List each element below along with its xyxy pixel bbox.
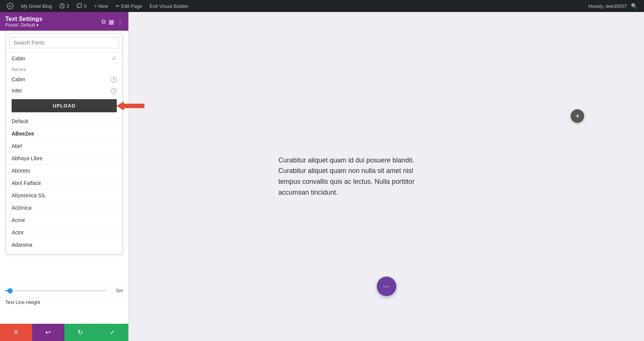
left-panel: Text Settings Preset: Default ▾ ⧉ ▦ ⋮ Ca…	[0, 12, 129, 341]
font-item-abyssinica[interactable]: Abyssinica SIL	[6, 189, 122, 202]
cancel-button[interactable]: ✕	[0, 324, 32, 341]
recent-font-item-cabin[interactable]: Cabin 🕐	[6, 74, 122, 85]
all-fonts-list: Default ABeeZee Abel Abhaya Libre Aboret…	[6, 115, 122, 254]
selected-checkmark: ✓	[112, 55, 117, 62]
comments-link[interactable]: 0	[74, 0, 89, 12]
site-name[interactable]: My Great Blog	[18, 0, 55, 12]
recent-label: Recent	[6, 65, 122, 74]
panel-header-icons: ⧉ ▦ ⋮	[101, 18, 123, 25]
clock-icon-2: 🕐	[110, 88, 117, 94]
svg-rect-3	[77, 4, 82, 7]
font-item-abhaya[interactable]: Abhaya Libre	[6, 152, 122, 165]
upload-row: UPLOAD	[6, 96, 122, 115]
layout-icon[interactable]: ▦	[109, 18, 114, 25]
upload-arrow	[116, 101, 144, 110]
current-font-item[interactable]: Cabin ✓	[6, 52, 122, 65]
font-dropdown: Cabin ✓ Recent Cabin 🕐 Inter 🕐 UPLOAD	[6, 34, 122, 254]
recent-font-item-inter[interactable]: Inter 🕐	[6, 85, 122, 96]
svg-text:W: W	[8, 4, 12, 8]
fab-dots-button[interactable]: ···	[377, 277, 396, 296]
canvas-content: Curabitur aliquet quam id dui posuere bl…	[278, 155, 428, 198]
confirm-button[interactable]: ✓	[96, 324, 128, 341]
upload-button[interactable]: UPLOAD	[12, 99, 117, 112]
canvas-area: Curabitur aliquet quam id dui posuere bl…	[129, 12, 644, 341]
panel-header-left: Text Settings Preset: Default ▾	[5, 16, 42, 28]
font-item-default[interactable]: Default	[6, 115, 122, 128]
font-item-abeezee[interactable]: ABeeZee	[6, 128, 122, 140]
redo-button[interactable]: ↻	[64, 324, 97, 341]
slider-row: 0px	[0, 284, 128, 297]
font-item-advent-pro[interactable]: Advent Pro	[6, 251, 122, 254]
font-item-abril[interactable]: Abril Fatface	[6, 177, 122, 189]
revisions-link[interactable]: 2	[57, 0, 72, 12]
font-item-adamina[interactable]: Adamina	[6, 239, 122, 251]
more-icon[interactable]: ⋮	[117, 18, 123, 25]
preset-selector[interactable]: Preset: Default ▾	[5, 22, 42, 28]
bottom-toolbar: ✕ ↩ ↻ ✓	[0, 324, 128, 341]
slider-value: 0px	[110, 288, 123, 293]
fab-add-button[interactable]: +	[571, 109, 584, 123]
wp-logo[interactable]: W	[4, 0, 16, 12]
admin-bar: W My Great Blog 2 0 + New ✏ Edit Page Ex…	[0, 0, 644, 12]
exit-builder-link[interactable]: Exit Visual Builder	[147, 0, 192, 12]
panel-title: Text Settings	[5, 16, 42, 22]
search-icon[interactable]: 🔍	[631, 3, 637, 9]
admin-bar-right: Howdy, dee35007 🔍	[588, 3, 640, 9]
font-item-abel[interactable]: Abel	[6, 140, 122, 152]
edit-page-link[interactable]: ✏ Edit Page	[113, 0, 145, 12]
text-line-height-label: Text Line Height	[0, 297, 128, 307]
font-item-actor[interactable]: Actor	[6, 226, 122, 239]
copy-icon[interactable]: ⧉	[101, 18, 106, 25]
new-link[interactable]: + New	[91, 0, 111, 12]
font-item-acme[interactable]: Acme	[6, 214, 122, 226]
canvas-text: Curabitur aliquet quam id dui posuere bl…	[278, 155, 428, 198]
slider-track[interactable]	[5, 290, 106, 291]
clock-icon: 🕐	[110, 76, 117, 82]
slider-container: 0px Text Line Height	[0, 284, 128, 307]
search-input[interactable]	[9, 37, 119, 48]
main-content: Text Settings Preset: Default ▾ ⧉ ▦ ⋮ Ca…	[0, 12, 644, 341]
font-item-aboreto[interactable]: Aboreto	[6, 165, 122, 177]
font-item-aclonica[interactable]: Aclonica	[6, 202, 122, 214]
reset-button[interactable]: ↩	[32, 324, 64, 341]
font-search-container	[6, 34, 122, 52]
panel-header: Text Settings Preset: Default ▾ ⧉ ▦ ⋮	[0, 12, 128, 31]
slider-thumb[interactable]	[7, 288, 13, 293]
